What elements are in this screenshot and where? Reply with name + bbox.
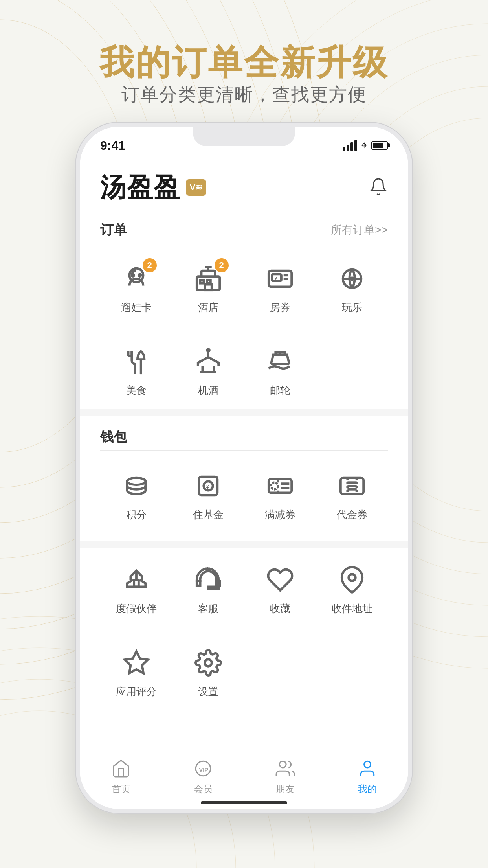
svg-point-53	[349, 574, 356, 581]
favorite-label: 收藏	[270, 602, 290, 616]
nav-friends[interactable]: 朋友	[244, 758, 326, 795]
voucher-label: 代金券	[337, 508, 367, 522]
nav-home-label: 首页	[112, 783, 130, 795]
wallet-section-header: 钱包	[100, 420, 388, 451]
food-label: 美食	[126, 384, 147, 397]
service-partner[interactable]: 度假伙伴	[100, 552, 172, 627]
hotel-label: 酒店	[198, 301, 218, 314]
food-icon	[121, 346, 152, 377]
order-item-hotel[interactable]: 2 酒店	[172, 251, 244, 326]
friends-nav-icon	[274, 758, 296, 780]
phone-frame: 9:41 ⌖ 汤盈盈 V≋	[75, 122, 413, 814]
app-header: 汤盈盈 V≋	[100, 158, 388, 213]
phone-notch	[193, 127, 295, 146]
order-items-row2: 美食 机酒	[100, 334, 388, 409]
page-title: 我的订单全新升级	[0, 39, 488, 86]
mine-nav-icon	[356, 758, 378, 780]
cruise-label: 邮轮	[270, 384, 290, 397]
vip-badge-label: V≋	[190, 182, 203, 193]
svg-text:¥: ¥	[205, 484, 209, 490]
battery-icon	[371, 141, 388, 150]
bottom-nav: 首页 VIP 会员	[80, 750, 408, 809]
service-address[interactable]: 收件地址	[316, 552, 388, 627]
service-rating[interactable]: 应用评分	[100, 635, 172, 710]
order-item-babycard[interactable]: 2 遛娃卡	[100, 251, 172, 326]
discount-icon	[264, 470, 296, 502]
wallet-items: 积分 ¥ 住基金	[100, 451, 388, 541]
wallet-zhujijin[interactable]: ¥ 住基金	[172, 458, 244, 533]
address-label: 收件地址	[332, 602, 372, 616]
partner-label: 度假伙伴	[116, 602, 157, 616]
vip-badge[interactable]: V≋	[186, 179, 206, 196]
order-item-jiajiu[interactable]: 机酒	[172, 334, 244, 409]
settings-label: 设置	[198, 685, 218, 699]
order-item-empty	[316, 334, 388, 409]
favorite-icon	[264, 564, 296, 596]
rating-icon	[121, 647, 152, 679]
home-nav-icon	[110, 758, 132, 780]
svg-text:¥: ¥	[274, 276, 277, 281]
cruise-icon	[264, 346, 296, 377]
svg-rect-52	[134, 580, 139, 587]
svg-point-35	[207, 349, 209, 351]
svg-rect-24	[200, 280, 204, 283]
settings-icon	[193, 647, 224, 679]
nav-friends-label: 朋友	[276, 783, 295, 795]
zhujijin-label: 住基金	[193, 508, 224, 522]
status-icons: ⌖	[343, 139, 388, 152]
nav-vip[interactable]: VIP 会员	[162, 758, 244, 795]
divider-1	[80, 409, 408, 416]
vip-nav-icon: VIP	[192, 758, 214, 780]
svg-point-37	[127, 478, 145, 485]
points-icon	[121, 470, 152, 502]
service-items-row2: 应用评分 设置	[100, 635, 388, 710]
order-item-roomcoupon[interactable]: ¥ 房券	[244, 251, 316, 326]
order-item-fun[interactable]: 玩乐	[316, 251, 388, 326]
service-favorite[interactable]: 收藏	[244, 552, 316, 627]
nav-mine[interactable]: 我的	[326, 758, 408, 795]
partner-icon	[121, 564, 152, 596]
bell-button[interactable]	[369, 177, 388, 198]
customerservice-label: 客服	[198, 602, 218, 616]
order-item-food[interactable]: 美食	[100, 334, 172, 409]
status-time: 9:41	[100, 138, 125, 153]
svg-point-58	[279, 761, 286, 768]
nav-home[interactable]: 首页	[80, 758, 162, 795]
customerservice-icon	[193, 564, 224, 596]
babycard-label: 遛娃卡	[121, 301, 152, 314]
nav-vip-label: 会员	[194, 783, 213, 795]
discount-label: 满减券	[265, 508, 295, 522]
points-label: 积分	[126, 508, 147, 522]
home-indicator	[201, 801, 287, 804]
svg-text:VIP: VIP	[199, 767, 208, 773]
service-items-row1: 度假伙伴 客服	[100, 548, 388, 635]
phone-screen: 9:41 ⌖ 汤盈盈 V≋	[80, 127, 408, 809]
orders-section-header: 订单 所有订单>>	[100, 213, 388, 243]
voucher-icon	[336, 470, 368, 502]
wallet-discount[interactable]: 满减券	[244, 458, 316, 533]
order-item-cruise[interactable]: 邮轮	[244, 334, 316, 409]
service-customerservice[interactable]: 客服	[172, 552, 244, 627]
page-subtitle: 订单分类更清晰，查找更方便	[0, 83, 488, 107]
svg-point-55	[205, 659, 212, 666]
roomcoupon-icon: ¥	[264, 263, 296, 294]
zhujijin-icon: ¥	[193, 470, 224, 502]
service-settings[interactable]: 设置	[172, 635, 244, 710]
logo-text: 汤盈盈	[100, 170, 180, 205]
wallet-points[interactable]: 积分	[100, 458, 172, 533]
fun-icon	[336, 263, 368, 294]
jiajiu-icon	[193, 346, 224, 377]
order-items-row1: 2 遛娃卡 2	[100, 243, 388, 334]
badge-babycard: 2	[143, 258, 157, 272]
svg-point-33	[351, 278, 353, 280]
app-logo: 汤盈盈 V≋	[100, 170, 206, 205]
wallet-title: 钱包	[100, 428, 127, 446]
orders-title: 订单	[100, 221, 127, 239]
svg-rect-25	[207, 280, 211, 283]
divider-2	[80, 541, 408, 548]
roomcoupon-label: 房券	[270, 301, 290, 314]
rating-label: 应用评分	[116, 685, 157, 699]
wallet-voucher[interactable]: 代金券	[316, 458, 388, 533]
svg-point-59	[364, 761, 371, 768]
all-orders-link[interactable]: 所有订单>>	[331, 223, 388, 237]
